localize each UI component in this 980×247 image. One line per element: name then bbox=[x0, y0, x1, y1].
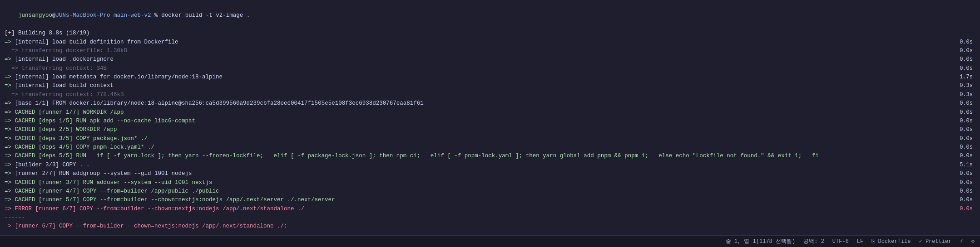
step-line-19-error: => ERROR [runner 6/7] COPY --from=builde… bbox=[5, 205, 975, 213]
file-encoding: UTF-8 bbox=[832, 238, 849, 245]
terminal-body: junsangyoo@JUNs-MacBook-Pro main-web-v2 … bbox=[0, 0, 980, 235]
prompt-symbol: % bbox=[151, 12, 162, 19]
step-line-13: => CACHED [deps 5/5] RUN if [ -f yarn.lo… bbox=[5, 152, 975, 160]
prompt-path: main-web-v2 bbox=[114, 12, 151, 19]
language-mode[interactable]: ⎘ Dockerfile bbox=[871, 238, 911, 245]
step-line-15: => [runner 2/7] RUN addgroup --system --… bbox=[5, 170, 975, 178]
notification-icon[interactable]: ⚡ bbox=[960, 238, 963, 245]
prompt-host: JUNs-MacBook-Pro bbox=[56, 12, 110, 19]
step-line-10: => CACHED [deps 2/5] WORKDIR /app 0.0s bbox=[5, 126, 975, 134]
blank-line bbox=[5, 231, 975, 235]
indentation: 공백: 2 bbox=[803, 237, 824, 245]
step-line-7: => [base 1/1] FROM docker.io/library/nod… bbox=[5, 99, 975, 108]
error-context: > [runner 6/7] COPY --from=builder --cho… bbox=[5, 222, 975, 231]
step-line-8: => CACHED [runner 1/7] WORKDIR /app 0.0s bbox=[5, 108, 975, 117]
step-line-9: => CACHED [deps 1/5] RUN apk add --no-ca… bbox=[5, 117, 975, 126]
step-line-12: => CACHED [deps 4/5] COPY pnpm-lock.yaml… bbox=[5, 143, 975, 152]
step-line-4: => [internal] load metadata for docker.i… bbox=[5, 73, 975, 82]
step-line-1: => transferring dockerfile: 1.30kB 0.0s bbox=[5, 47, 975, 55]
building-line: [+] Building 8.8s (18/19) bbox=[5, 29, 975, 38]
settings-icon[interactable]: ⚙ bbox=[971, 238, 975, 245]
step-line-11: => CACHED [deps 3/5] COPY package.json* … bbox=[5, 135, 975, 143]
step-line-3: => transferring context: 34B 0.0s bbox=[5, 64, 975, 73]
prompt-user: junsangyoo bbox=[18, 12, 52, 19]
line-ending: LF bbox=[857, 238, 863, 245]
step-line-17: => CACHED [runner 4/7] COPY --from=build… bbox=[5, 187, 975, 196]
formatter-status[interactable]: ✓ Prettier bbox=[919, 238, 951, 245]
cursor-position: 줄 1, 열 1(1178 선택됨) bbox=[726, 237, 796, 245]
step-line-18: => CACHED [runner 5/7] COPY --from=build… bbox=[5, 196, 975, 204]
prompt-cmd: docker build -t v2-image . bbox=[161, 12, 250, 19]
status-bar: 줄 1, 열 1(1178 선택됨) 공백: 2 UTF-8 LF ⎘ Dock… bbox=[0, 235, 980, 247]
step-line-6: => transferring context: 778.46kB 0.3s bbox=[5, 91, 975, 99]
step-line-2: => [internal] load .dockerignore 0.0s bbox=[5, 55, 975, 64]
step-line-14: => [builder 3/3] COPY . . 5.1s bbox=[5, 161, 975, 170]
separator: ------ bbox=[5, 213, 975, 222]
prompt-line-1: junsangyoo@JUNs-MacBook-Pro main-web-v2 … bbox=[5, 3, 975, 29]
step-line-0: => [internal] load build definition from… bbox=[5, 38, 975, 47]
step-line-5: => [internal] load build context 0.3s bbox=[5, 82, 975, 90]
step-line-16: => CACHED [runner 3/7] RUN adduser --sys… bbox=[5, 179, 975, 187]
